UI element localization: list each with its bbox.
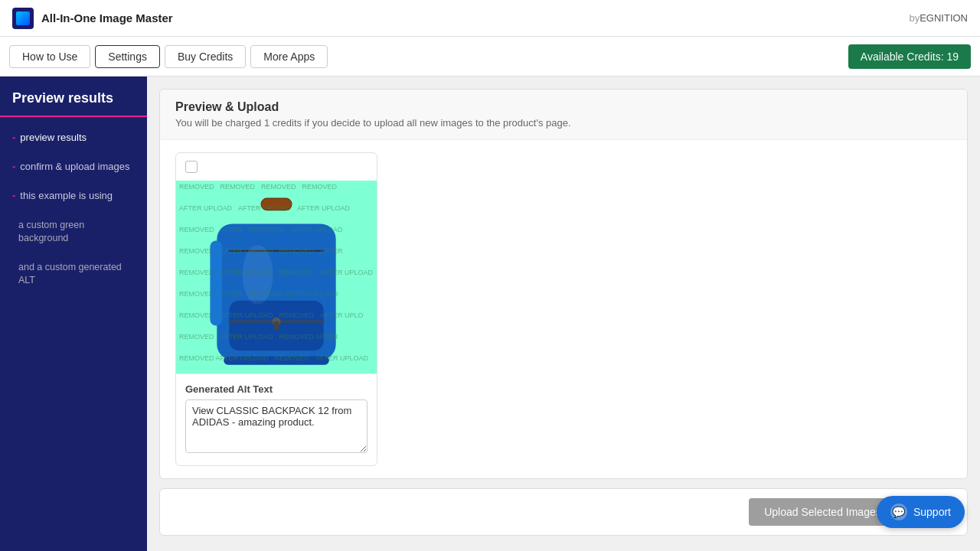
how-to-use-button[interactable]: How to Use — [9, 45, 90, 68]
image-item-header — [176, 153, 377, 181]
image-checkbox[interactable] — [185, 161, 198, 173]
backpack-image — [191, 190, 361, 373]
sidebar-item-preview-results[interactable]: - preview results — [0, 123, 147, 152]
company-name: EGNITION — [920, 12, 968, 24]
sidebar-items: - preview results - confirm & upload ima… — [0, 117, 147, 302]
bottom-action-card: Upload Selected Images to the Pro... — [159, 488, 968, 536]
alt-text-section: Generated Alt Text — [176, 373, 377, 465]
support-button[interactable]: 💬 Support — [877, 496, 965, 528]
image-item: REMOVED REMOVED REMOVED REMOVED AFTER UP… — [175, 152, 377, 466]
svg-rect-5 — [274, 321, 279, 330]
card-title: Preview & Upload — [175, 100, 952, 114]
main-content: Preview & Upload You will be charged 1 c… — [147, 77, 980, 551]
svg-rect-0 — [261, 198, 292, 210]
alt-text-label: Generated Alt Text — [185, 383, 368, 395]
buy-credits-button[interactable]: Buy Credits — [165, 45, 246, 68]
sidebar-title: Preview results — [0, 77, 147, 117]
app-logo — [12, 8, 34, 29]
more-apps-button[interactable]: More Apps — [250, 45, 328, 68]
svg-rect-8 — [224, 357, 329, 365]
support-icon: 💬 — [890, 504, 907, 520]
layout: Preview results - preview results - conf… — [0, 77, 980, 551]
alt-text-input[interactable] — [185, 399, 368, 453]
card-body: REMOVED REMOVED REMOVED REMOVED AFTER UP… — [160, 140, 967, 478]
preview-upload-card: Preview & Upload You will be charged 1 c… — [159, 89, 968, 479]
by-label: by — [909, 12, 920, 24]
sidebar-item-this-example[interactable]: - this example is using — [0, 181, 147, 210]
credits-badge: Available Credits: 19 — [848, 44, 971, 69]
nav-bar: How to Use Settings Buy Credits More App… — [0, 37, 980, 77]
sidebar-item-custom-alt[interactable]: and a custom generated ALT — [0, 253, 147, 295]
svg-rect-7 — [210, 241, 222, 326]
card-header: Preview & Upload You will be charged 1 c… — [160, 90, 967, 140]
top-bar: All-In-One Image Master by EGNITION — [0, 0, 980, 37]
image-preview: REMOVED REMOVED REMOVED REMOVED AFTER UP… — [176, 181, 377, 373]
card-subtitle: You will be charged 1 credits if you dec… — [175, 117, 952, 129]
svg-point-9 — [243, 245, 273, 305]
sidebar: Preview results - preview results - conf… — [0, 77, 147, 551]
sidebar-item-custom-green[interactable]: a custom green background — [0, 211, 147, 253]
sidebar-item-confirm-upload[interactable]: - confirm & upload images — [0, 152, 147, 181]
support-label: Support — [913, 506, 951, 518]
app-name: All-In-One Image Master — [41, 11, 909, 24]
settings-button[interactable]: Settings — [95, 45, 160, 68]
